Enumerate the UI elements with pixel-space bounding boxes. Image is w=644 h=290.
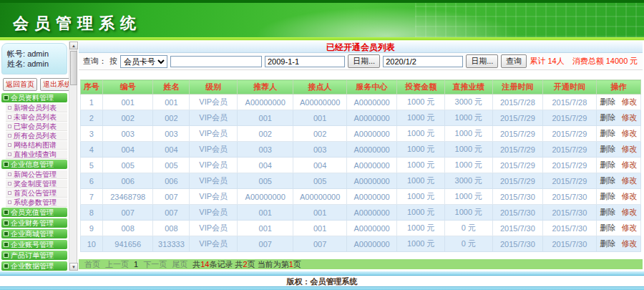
table-cell: 2015/7/30 — [492, 236, 543, 252]
sidebar-section[interactable]: 企业财务管理 — [1, 218, 67, 228]
table-cell: VIP会员 — [190, 126, 238, 142]
table-cell: VIP会员 — [190, 221, 238, 236]
home-button[interactable]: 返回首页 — [3, 78, 37, 91]
scroll-down-icon[interactable]: ▼ — [69, 263, 78, 271]
modify-link[interactable]: 修改 — [622, 208, 638, 216]
sidebar-item[interactable]: 网络结构图谱 — [6, 141, 67, 150]
sidebar-item-label: 首页公告管理 — [14, 189, 57, 198]
folder-icon — [4, 253, 9, 258]
bullet-icon — [8, 106, 11, 110]
modify-link[interactable]: 修改 — [622, 160, 638, 169]
table-header-row: 序号编号姓名级别推荐人接点人服务中心投资金额直推业绩注册时间开通时间操作 — [80, 80, 641, 95]
date-to-input[interactable] — [383, 56, 463, 67]
table-row: 5005005VIP会员004004A00000001000 元1000 元20… — [80, 158, 641, 173]
folder-icon — [4, 242, 9, 247]
table-cell: 1000 元 — [397, 126, 445, 142]
delete-link[interactable]: 删除 — [600, 97, 616, 106]
sidebar-item[interactable]: 新增会员列表 — [6, 104, 67, 112]
table-cell: 313333 — [153, 236, 190, 252]
folder-icon — [4, 231, 9, 236]
last-page-link[interactable]: 尾页 — [172, 259, 187, 270]
modify-link[interactable]: 修改 — [622, 113, 638, 122]
modify-link[interactable]: 修改 — [622, 192, 638, 200]
actions-cell: 删除修改 — [596, 158, 641, 173]
table-cell: A0000000 — [346, 221, 397, 236]
sidebar-item[interactable]: 所有会员列表 — [6, 132, 67, 140]
table-cell: 006 — [102, 173, 153, 189]
prev-page-link[interactable]: 上一页 — [105, 259, 129, 270]
actions-cell: 删除修改 — [596, 110, 641, 126]
scroll-up-icon[interactable]: ▲ — [69, 42, 78, 49]
delete-link[interactable]: 删除 — [600, 145, 616, 153]
sidebar-item[interactable]: 直推业绩查询 — [6, 150, 67, 159]
table-cell: 003 — [238, 142, 293, 158]
sidebar-section[interactable]: 会员充值管理 — [1, 208, 67, 217]
delete-link[interactable]: 删除 — [600, 239, 616, 248]
table-cell: 9 — [80, 221, 102, 236]
table-cell: 002 — [238, 126, 293, 142]
delete-link[interactable]: 删除 — [600, 192, 616, 200]
table-cell: 23468798 — [102, 189, 153, 205]
sidebar-section[interactable]: 企业账号管理 — [1, 240, 67, 249]
table-row: 10941656313333VIP会员007007A00000001000 元0… — [80, 236, 641, 252]
date-from-button[interactable]: 日期... — [348, 54, 380, 68]
table-cell: 004 — [153, 142, 190, 158]
modify-link[interactable]: 修改 — [622, 97, 638, 106]
sidebar-item-label: 新增会员列表 — [14, 104, 57, 112]
table-cell: VIP会员 — [190, 189, 238, 205]
account-label: 帐号: — [7, 49, 27, 58]
table-cell: 001 — [293, 221, 346, 236]
table-cell: VIP会员 — [190, 205, 238, 221]
search-button[interactable]: 查询 — [501, 54, 527, 68]
sidebar-item[interactable]: 首页公告管理 — [6, 189, 67, 198]
first-page-link[interactable]: 首页 — [84, 259, 100, 270]
sidebar-section-label: 企业商城管理 — [11, 229, 54, 238]
search-field-select[interactable]: 会员卡号 — [120, 55, 167, 68]
table-cell: 2015/7/29 — [543, 173, 596, 189]
exit-button[interactable]: 退出系统 — [40, 78, 69, 91]
table-cell: A0000000 — [346, 142, 397, 158]
keyword-input[interactable] — [170, 56, 262, 67]
table-row: 6006006VIP会员005005A00000001000 元3000 元20… — [80, 173, 641, 189]
delete-link[interactable]: 删除 — [600, 176, 616, 185]
table-cell: A0000000 — [346, 236, 397, 252]
delete-link[interactable]: 删除 — [600, 223, 616, 232]
table-cell: 005 — [102, 158, 153, 173]
modify-link[interactable]: 修改 — [622, 129, 638, 137]
sidebar-section[interactable]: 产品订单管理 — [1, 251, 67, 260]
table-row: 8007007VIP会员001001A00000001000 元1000 元20… — [80, 205, 641, 221]
sidebar-item[interactable]: 奖金制度管理 — [6, 180, 67, 188]
page-number-link[interactable]: 1 — [134, 260, 138, 269]
sidebar-scrollbar[interactable]: ▲ ▼ — [69, 42, 77, 271]
sidebar-section[interactable]: 企业数据管理 — [1, 261, 67, 271]
modify-link[interactable]: 修改 — [622, 176, 638, 185]
table-cell: 004 — [238, 158, 293, 173]
delete-link[interactable]: 删除 — [600, 160, 616, 169]
scroll-thumb[interactable] — [70, 51, 77, 85]
next-page-link[interactable]: 下一页 — [143, 259, 167, 270]
delete-link[interactable]: 删除 — [600, 113, 616, 122]
sidebar-item[interactable]: 未审会员列表 — [6, 113, 67, 122]
sidebar-section[interactable]: 企业信息管理 — [1, 160, 67, 169]
table-cell: A0000000 — [346, 126, 397, 142]
table-cell: 002 — [153, 110, 190, 126]
modify-link[interactable]: 修改 — [622, 223, 638, 232]
table-cell: 1000 元 — [445, 110, 493, 126]
modify-link[interactable]: 修改 — [622, 239, 638, 248]
date-to-button[interactable]: 日期... — [466, 54, 498, 68]
delete-link[interactable]: 删除 — [600, 208, 616, 216]
table-cell: 0 元 — [445, 236, 493, 252]
column-header: 编号 — [102, 80, 153, 95]
sidebar-menu: 会员资料管理新增会员列表未审会员列表已审会员列表所有会员列表网络结构图谱直推业绩… — [0, 93, 69, 271]
user-info-box: 帐号: admin 姓名: admin — [1, 43, 67, 74]
sidebar-section[interactable]: 会员资料管理 — [1, 93, 67, 102]
delete-link[interactable]: 删除 — [600, 129, 616, 137]
sidebar-item[interactable]: 系统参数管理 — [6, 198, 67, 207]
table-cell: 007 — [153, 205, 190, 221]
sidebar-section[interactable]: 企业商城管理 — [1, 229, 67, 238]
folder-icon — [4, 95, 9, 100]
modify-link[interactable]: 修改 — [622, 145, 638, 153]
sidebar-item[interactable]: 新闻公告管理 — [6, 170, 67, 179]
date-from-input[interactable] — [265, 56, 345, 67]
sidebar-item[interactable]: 已审会员列表 — [6, 122, 67, 131]
